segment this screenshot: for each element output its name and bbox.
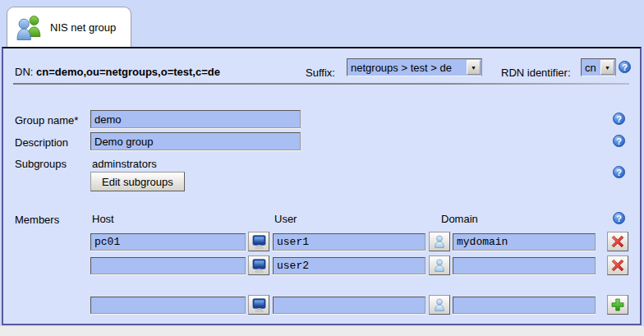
member-domain-input[interactable] [453,297,596,314]
dn-label: DN: [15,66,33,78]
suffix-select-value: netgroups > test > de [347,62,466,74]
group-icon [16,15,43,40]
description-input[interactable] [90,132,301,150]
member-domain-input[interactable] [453,233,596,251]
member-host-input[interactable] [90,233,246,251]
member-user-input[interactable] [273,233,426,251]
subgroups-value: adminstrators [92,158,157,170]
divider [13,83,629,85]
group-name-label: Group name* [15,114,78,127]
add-row-button[interactable] [607,295,628,315]
members-column-domain: Domain [441,213,478,225]
user-icon [434,298,445,311]
member-host-input[interactable] [90,297,246,314]
select-user-button[interactable] [429,232,450,251]
member-domain-input[interactable] [453,257,596,274]
computer-icon [252,235,266,249]
tab-nis-net-group[interactable]: NIS net group [7,7,131,47]
select-host-button[interactable] [248,232,269,251]
delete-x-icon [611,235,624,248]
member-row [90,255,628,276]
delete-row-button[interactable] [607,255,628,275]
chevron-down-icon: ▼ [467,60,481,75]
edit-subgroups-button[interactable]: Edit subgroups [90,172,185,191]
help-icon[interactable]: ? [613,113,625,125]
members-column-user: User [274,213,297,225]
member-row [90,231,628,252]
members-label: Members [15,214,59,226]
help-icon[interactable]: ? [613,166,625,178]
select-host-button[interactable] [248,295,269,315]
page-background-strip [0,326,644,336]
add-plus-icon [611,298,624,311]
suffix-label: Suffix: [306,67,335,79]
description-label: Description [15,136,68,149]
select-user-button[interactable] [429,295,450,315]
help-icon[interactable]: ? [613,212,625,224]
user-icon [434,235,445,248]
group-name-input[interactable] [90,110,301,128]
dn-text: DN: cn=demo,ou=netgroups,o=test,c=de [15,66,220,78]
rdn-select-value: cn [582,62,600,74]
tab-label: NIS net group [50,21,116,34]
rdn-identifier-label: RDN identifier: [501,67,571,79]
computer-icon [252,259,266,273]
suffix-select[interactable]: netgroups > test > de ▼ [347,58,482,76]
chevron-down-icon: ▼ [600,60,614,75]
computer-icon [252,298,266,312]
help-icon[interactable]: ? [613,135,625,147]
help-icon[interactable]: ? [619,61,631,73]
member-host-input[interactable] [90,257,246,274]
subgroups-label: Subgroups [15,158,67,170]
delete-x-icon [611,259,624,272]
select-user-button[interactable] [429,255,450,275]
member-user-input[interactable] [273,257,426,274]
dn-value: cn=demo,ou=netgroups,o=test,c=de [36,66,220,78]
rdn-identifier-select[interactable]: cn ▼ [581,58,616,76]
select-host-button[interactable] [248,255,269,275]
member-user-input[interactable] [273,297,426,314]
members-column-host: Host [92,213,114,225]
user-icon [434,259,445,272]
delete-row-button[interactable] [607,232,628,251]
member-new-row [90,294,628,315]
nis-net-group-page: NIS net group DN: cn=demo,ou=netgroups,o… [0,0,644,336]
